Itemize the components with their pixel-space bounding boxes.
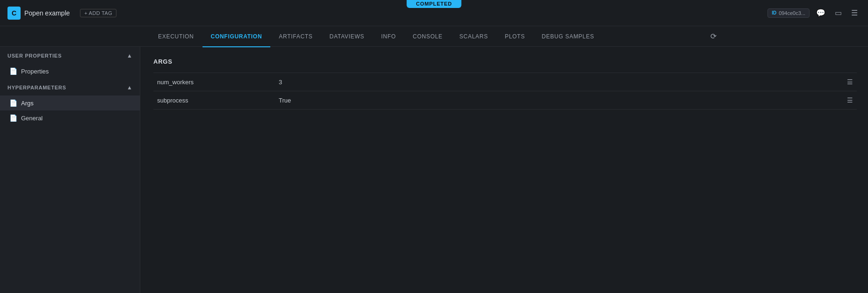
row-value-num-workers: 3 [275, 73, 838, 91]
tab-configuration[interactable]: CONFIGURATION [203, 27, 271, 47]
tab-scalars[interactable]: SCALARS [451, 27, 496, 47]
header-right: ID 094ce0c3... 💬 ▭ ☰ [767, 7, 861, 19]
hyperparameters-title: HYPERPARAMETERS [7, 85, 66, 90]
tab-bar-right: ⟳ [709, 30, 718, 43]
refresh-icon: ⟳ [710, 32, 716, 40]
tab-plots[interactable]: PLOTS [496, 27, 533, 47]
logo-icon: C [7, 7, 21, 20]
chevron-up-icon-2: ▲ [127, 84, 132, 91]
tab-dataviews[interactable]: DATAVIEWS [321, 27, 373, 47]
document-icon-2: 📄 [9, 99, 17, 107]
id-value: 094ce0c3... [779, 10, 805, 16]
document-icon-3: 📄 [9, 114, 17, 122]
expand-icon: ▭ [835, 8, 842, 17]
status-bar: COMPLETED [407, 0, 462, 8]
id-badge: ID 094ce0c3... [767, 8, 810, 18]
tab-execution[interactable]: EXECUTION [150, 27, 203, 47]
tab-info[interactable]: INFO [373, 27, 405, 47]
menu-icon: ☰ [851, 8, 858, 17]
app-title: Popen example [24, 9, 70, 17]
sidebar-item-args[interactable]: 📄 Args [0, 95, 140, 110]
sidebar-item-general[interactable]: 📄 General [0, 110, 140, 125]
status-badge: COMPLETED [407, 0, 462, 8]
table-row: subprocess True ☰ [153, 91, 857, 110]
refresh-icon-button[interactable]: ⟳ [709, 30, 718, 43]
args-section-title: ARGS [153, 58, 857, 65]
tab-bar: EXECUTION CONFIGURATION ARTIFACTS DATAVI… [0, 26, 868, 47]
add-tag-button[interactable]: + ADD TAG [80, 9, 116, 17]
user-properties-title: USER PROPERTIES [7, 53, 62, 59]
sidebar-section-hyperparameters[interactable]: HYPERPARAMETERS ▲ [0, 79, 140, 95]
row-value-subprocess: True [275, 91, 838, 110]
row-key-subprocess: subprocess [153, 91, 275, 110]
tab-artifacts[interactable]: ARTIFACTS [270, 27, 321, 47]
tab-console[interactable]: CONSOLE [405, 27, 451, 47]
chat-icon-button[interactable]: 💬 [813, 7, 828, 19]
menu-icon-button[interactable]: ☰ [848, 7, 861, 19]
chat-icon: 💬 [816, 8, 825, 17]
args-table: num_workers 3 ☰ subprocess True ☰ [153, 73, 857, 110]
id-label: ID [772, 10, 776, 15]
sidebar-item-general-label: General [21, 115, 43, 122]
sidebar-item-properties[interactable]: 📄 Properties [0, 64, 140, 79]
content-area: ARGS num_workers 3 ☰ subprocess True ☰ [140, 47, 868, 293]
document-icon: 📄 [9, 67, 17, 75]
filter-icon-0[interactable]: ☰ [847, 78, 853, 86]
sidebar-item-properties-label: Properties [21, 68, 49, 75]
chevron-up-icon: ▲ [127, 52, 132, 59]
sidebar-item-args-label: Args [21, 100, 34, 107]
row-key-num-workers: num_workers [153, 73, 275, 91]
filter-icon-1[interactable]: ☰ [847, 96, 853, 104]
sidebar: USER PROPERTIES ▲ 📄 Properties HYPERPARA… [0, 47, 140, 293]
sidebar-section-user-properties[interactable]: USER PROPERTIES ▲ [0, 47, 140, 64]
table-row: num_workers 3 ☰ [153, 73, 857, 91]
app-logo: C Popen example + ADD TAG [7, 7, 116, 20]
main-layout: USER PROPERTIES ▲ 📄 Properties HYPERPARA… [0, 47, 868, 293]
tab-debug-samples[interactable]: DEBUG SAMPLES [533, 27, 602, 47]
expand-icon-button[interactable]: ▭ [832, 7, 845, 19]
